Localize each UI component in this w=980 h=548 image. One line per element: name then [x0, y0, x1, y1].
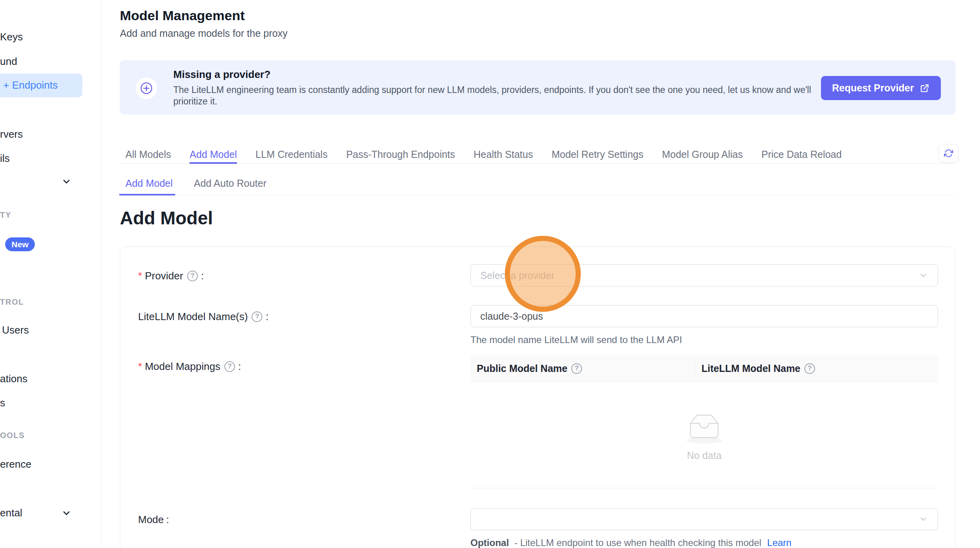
label-colon: : — [166, 514, 169, 526]
subtab-active-underline — [119, 194, 175, 195]
learn-link[interactable]: Learn — [767, 537, 791, 548]
label-colon: : — [265, 311, 268, 323]
subtab-divider — [120, 195, 955, 195]
question-glyph: ? — [190, 272, 194, 280]
provider-label: Provider — [145, 270, 183, 282]
empty-inbox-icon — [680, 409, 728, 444]
mode-label: Mode — [138, 514, 164, 526]
sidebar-item-keys[interactable]: Keys — [0, 31, 23, 43]
help-icon[interactable]: ? — [187, 271, 198, 281]
chevron-down-icon — [919, 271, 928, 280]
sidebar-section-ty: TY — [0, 210, 11, 220]
mode-select[interactable] — [470, 508, 938, 530]
help-icon[interactable]: ? — [804, 363, 815, 374]
external-link-icon — [919, 83, 930, 93]
no-data-text: No data — [687, 450, 722, 461]
refresh-icon — [944, 149, 953, 158]
sidebar-section-trol: TROL — [0, 298, 24, 307]
label-colon: : — [201, 270, 204, 282]
subtab-add-auto-router[interactable]: Add Auto Router — [194, 178, 266, 189]
public-model-name-header: Public Model Name ? — [470, 363, 695, 374]
provider-select[interactable]: Select a provider — [470, 264, 938, 286]
mappings-label-row: * Model Mappings ? : — [138, 360, 241, 373]
provider-select-placeholder: Select a provider — [480, 270, 919, 281]
tab-all-models[interactable]: All Models — [125, 146, 171, 164]
sidebar-item-ations[interactable]: ations — [0, 373, 27, 385]
add-model-heading: Add Model — [120, 207, 213, 229]
mode-help: Optional - LiteLLM endpoint to use when … — [470, 537, 791, 548]
litellm-model-name-header: LiteLLM Model Name ? — [695, 363, 938, 374]
chevron-down-icon — [919, 514, 928, 524]
tab-model-group-alias[interactable]: Model Group Alias — [662, 146, 743, 164]
new-badge-label: New — [11, 240, 28, 249]
model-mappings-table: Public Model Name ? LiteLLM Model Name ?… — [470, 355, 938, 488]
tab-price-data-reload[interactable]: Price Data Reload — [761, 146, 842, 164]
banner-title: Missing a provider? — [173, 68, 271, 81]
tab-add-model[interactable]: Add Model — [190, 146, 237, 164]
sidebar-item-ental[interactable]: ental — [0, 507, 22, 519]
request-provider-button[interactable]: Request Provider — [821, 76, 941, 100]
sidebar-item-endpoints[interactable]: + Endpoints — [3, 79, 58, 91]
add-model-form-card: * Provider ? : Select a provider LiteLLM… — [120, 247, 955, 548]
mode-help-optional: Optional — [470, 537, 509, 548]
chevron-down-icon[interactable] — [61, 508, 72, 518]
mode-label-row: Mode : — [138, 513, 169, 526]
help-icon[interactable]: ? — [224, 361, 235, 372]
mappings-empty-state: No data — [470, 382, 938, 488]
tab-bar: All Models Add Model LLM Credentials Pas… — [125, 146, 842, 164]
question-glyph: ? — [808, 364, 811, 372]
sidebar: Keys und + Endpoints rvers ils TY New TR… — [0, 0, 102, 548]
sidebar-item-erence[interactable]: erence — [0, 458, 32, 470]
request-provider-label: Request Provider — [832, 82, 914, 94]
tab-model-retry-settings[interactable]: Model Retry Settings — [552, 146, 643, 164]
sidebar-new-badge: New — [5, 237, 35, 251]
model-name-help: The model name LiteLLM will send to the … — [470, 334, 682, 345]
page-subtitle: Add and manage models for the proxy — [120, 28, 288, 39]
mappings-table-header: Public Model Name ? LiteLLM Model Name ? — [470, 355, 938, 382]
model-name-input[interactable] — [480, 311, 928, 322]
tab-llm-credentials[interactable]: LLM Credentials — [256, 146, 328, 164]
help-icon[interactable]: ? — [252, 311, 262, 322]
plus-circle-icon — [135, 77, 158, 100]
sidebar-item-users[interactable]: Users — [2, 324, 29, 336]
sidebar-item-und[interactable]: und — [0, 55, 17, 68]
question-glyph: ? — [255, 313, 259, 320]
sidebar-item-ils[interactable]: ils — [0, 152, 10, 165]
public-model-name-label: Public Model Name — [477, 363, 567, 374]
sidebar-item-rvers[interactable]: rvers — [0, 128, 23, 140]
question-glyph: ? — [575, 364, 579, 372]
model-name-label-row: LiteLLM Model Name(s) ? : — [138, 310, 269, 323]
sidebar-section-ools: OOLS — [0, 431, 25, 440]
mappings-label: Model Mappings — [145, 360, 220, 373]
required-asterisk: * — [138, 270, 142, 282]
missing-provider-banner: Missing a provider? The LiteLLM engineer… — [120, 61, 955, 114]
label-colon: : — [238, 360, 241, 373]
mode-help-text: - LiteLLM endpoint to use when health ch… — [514, 537, 761, 548]
sidebar-item-s[interactable]: s — [0, 397, 5, 409]
litellm-model-name-label: LiteLLM Model Name — [701, 363, 800, 374]
banner-body: The LiteLLM engineering team is constant… — [173, 84, 824, 107]
provider-label-row: * Provider ? : — [138, 269, 204, 282]
model-name-label: LiteLLM Model Name(s) — [138, 311, 248, 323]
page-title: Model Management — [120, 8, 245, 23]
chevron-down-icon[interactable] — [61, 176, 72, 187]
model-name-input-wrap — [470, 305, 938, 327]
refresh-button[interactable] — [938, 144, 958, 162]
required-asterisk: * — [138, 360, 142, 373]
subtab-add-model[interactable]: Add Model — [125, 178, 173, 189]
tab-pass-through-endpoints[interactable]: Pass-Through Endpoints — [346, 146, 455, 164]
question-glyph: ? — [227, 362, 231, 370]
tab-health-status[interactable]: Health Status — [474, 146, 533, 164]
help-icon[interactable]: ? — [571, 363, 582, 374]
